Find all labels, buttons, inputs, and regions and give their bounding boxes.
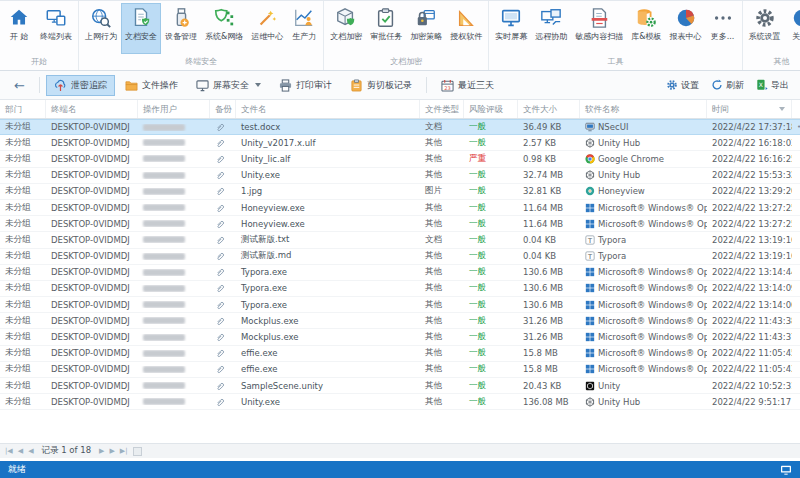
paperclip-icon[interactable] bbox=[215, 219, 225, 229]
paperclip-icon[interactable] bbox=[215, 138, 225, 148]
paperclip-icon[interactable] bbox=[215, 316, 225, 326]
ribbon-item-doc-shield[interactable]: 文档安全 bbox=[121, 3, 161, 54]
toolbar-tab-trace[interactable]: 泄密追踪 bbox=[46, 75, 115, 96]
table-row[interactable]: 未分组DESKTOP-0VIDMDJTypora.exe其他一般130.6 MB… bbox=[0, 281, 800, 297]
ribbon-item-clipboard-check[interactable]: 审批任务 bbox=[366, 3, 406, 54]
table-row[interactable]: 未分组DESKTOP-0VIDMDJeffie.exe其他一般15.8 MBMi… bbox=[0, 346, 800, 362]
cell-backup[interactable] bbox=[210, 332, 236, 342]
paperclip-icon[interactable] bbox=[215, 283, 225, 293]
cell-backup[interactable] bbox=[210, 364, 236, 374]
cell-backup[interactable] bbox=[210, 138, 236, 148]
cell-backup[interactable] bbox=[210, 348, 236, 358]
table-row[interactable]: 未分组DESKTOP-0VIDMDJeffie.exe其他一般15.8 MBMi… bbox=[0, 362, 800, 378]
paperclip-icon[interactable] bbox=[215, 348, 225, 358]
first-page-button[interactable]: |◀ bbox=[5, 446, 13, 456]
ribbon-item-ruler[interactable]: 授权软件 bbox=[446, 3, 486, 54]
column-header-2[interactable]: 终端名 bbox=[46, 100, 138, 118]
ribbon-item-monitors[interactable]: 远程协助 bbox=[531, 3, 571, 54]
table-row[interactable]: 未分组DESKTOP-0VIDMDJMockplus.exe其他一般31.26 … bbox=[0, 329, 800, 345]
table-row[interactable]: 未分组DESKTOP-0VIDMDJ测试新版.txt文档一般0.04 KBTTy… bbox=[0, 232, 800, 248]
cell-backup[interactable] bbox=[210, 316, 236, 326]
prev-group-button[interactable]: ◀ bbox=[18, 446, 23, 456]
cell-backup[interactable] bbox=[210, 219, 236, 229]
table-row[interactable]: 未分组DESKTOP-0VIDMDJUnity_v2017.x.ulf其他一般2… bbox=[0, 135, 800, 151]
cell-backup[interactable] bbox=[210, 122, 236, 132]
table-row[interactable]: 未分组DESKTOP-0VIDMDJUnity.exe其他一般136.08 MB… bbox=[0, 394, 800, 410]
table-row[interactable]: 未分组DESKTOP-0VIDMDJtest.docx文档一般36.49 KBN… bbox=[0, 119, 800, 135]
paperclip-icon[interactable] bbox=[215, 203, 225, 213]
table-row[interactable]: 未分组DESKTOP-0VIDMDJHoneyview.exe其他一般11.64… bbox=[0, 200, 800, 216]
ribbon-item-more[interactable]: 更多... bbox=[706, 3, 740, 54]
cell-backup[interactable] bbox=[210, 397, 236, 407]
column-header-5[interactable]: 文件名 bbox=[236, 100, 420, 118]
cell-backup[interactable] bbox=[210, 235, 236, 245]
column-header-1[interactable]: 部门 bbox=[0, 100, 46, 118]
table-row[interactable]: 未分组DESKTOP-0VIDMDJTypora.exe其他一般130.6 MB… bbox=[0, 297, 800, 313]
paperclip-icon[interactable] bbox=[215, 364, 225, 374]
paperclip-icon[interactable] bbox=[215, 154, 225, 164]
ribbon-item-cube-shield[interactable]: 文档加密 bbox=[326, 3, 366, 54]
cell-backup[interactable] bbox=[210, 203, 236, 213]
ribbon-item-shield-net[interactable]: 系统&网络 bbox=[201, 3, 247, 54]
time-filter-arrow-icon[interactable] bbox=[779, 107, 785, 111]
paperclip-icon[interactable] bbox=[215, 381, 225, 391]
ribbon-item-doc-scan[interactable]: 敏感内容扫描 bbox=[571, 3, 627, 54]
column-header-7[interactable]: 风险评级 bbox=[464, 100, 518, 118]
paperclip-icon[interactable] bbox=[215, 122, 225, 132]
cell-backup[interactable] bbox=[210, 283, 236, 293]
toolbar-tab-file-ops[interactable]: 文件操作 bbox=[117, 75, 186, 96]
cell-backup[interactable] bbox=[210, 267, 236, 277]
toolbar-action-gear-small[interactable]: 设置 bbox=[661, 77, 704, 94]
table-row[interactable]: 未分组DESKTOP-0VIDMDJSampleScene.unity其他一般2… bbox=[0, 378, 800, 394]
paperclip-icon[interactable] bbox=[215, 235, 225, 245]
toolbar-tab-clipboard[interactable]: 剪切板记录 bbox=[342, 75, 420, 96]
column-header-8[interactable]: 文件大小 bbox=[518, 100, 580, 118]
paperclip-icon[interactable] bbox=[215, 186, 225, 196]
cell-backup[interactable] bbox=[210, 381, 236, 391]
ribbon-item-gear[interactable]: 系统设置 bbox=[745, 3, 785, 54]
column-header-10[interactable]: 时间 bbox=[707, 100, 792, 118]
table-row[interactable]: 未分组DESKTOP-0VIDMDJUnity.exe其他一般32.74 MBU… bbox=[0, 168, 800, 184]
toolbar-tab-screen[interactable]: 屏幕安全 bbox=[188, 75, 269, 96]
next-page-button[interactable]: ▶ bbox=[99, 446, 104, 456]
ribbon-item-pie[interactable]: 报表中心 bbox=[666, 3, 706, 54]
last-page-button[interactable]: ▶| bbox=[120, 446, 128, 456]
toolbar-action-export[interactable]: X导出 bbox=[751, 77, 794, 94]
column-header-6[interactable]: 文件类型 bbox=[420, 100, 464, 118]
table-row[interactable]: 未分组DESKTOP-0VIDMDJ测试新版.md其他一般0.04 KBTTyp… bbox=[0, 249, 800, 265]
toolbar-tab-printer[interactable]: 打印审计 bbox=[271, 75, 340, 96]
table-row[interactable]: 未分组DESKTOP-0VIDMDJHoneyview.exe其他一般11.64… bbox=[0, 216, 800, 232]
cell-backup[interactable] bbox=[210, 186, 236, 196]
next-group-button[interactable]: ▶ bbox=[109, 446, 114, 456]
ribbon-item-wand[interactable]: 运维中心 bbox=[247, 3, 287, 54]
ribbon-item-db-gear[interactable]: 库&模板 bbox=[627, 3, 665, 54]
table-row[interactable]: 未分组DESKTOP-0VIDMDJMockplus.exe其他一般31.26 … bbox=[0, 313, 800, 329]
paperclip-icon[interactable] bbox=[215, 170, 225, 180]
table-row[interactable]: 未分组DESKTOP-0VIDMDJUnity_lic.alf其他严重0.98 … bbox=[0, 151, 800, 167]
ribbon-item-info[interactable]: 关 于 bbox=[785, 3, 800, 54]
ribbon-item-web[interactable]: 上网行为 bbox=[81, 3, 121, 54]
ribbon-item-lock[interactable]: 加密策略 bbox=[406, 3, 446, 54]
cell-backup[interactable] bbox=[210, 300, 236, 310]
paperclip-icon[interactable] bbox=[215, 267, 225, 277]
prev-page-button[interactable]: ◀ bbox=[28, 446, 33, 456]
cell-more[interactable]: ••• bbox=[792, 123, 800, 131]
ribbon-item-terminal-list[interactable]: 终端列表 bbox=[36, 3, 76, 54]
date-filter-button[interactable]: 23最近三天 bbox=[433, 75, 502, 96]
back-button[interactable]: ← bbox=[6, 78, 33, 93]
paperclip-icon[interactable] bbox=[215, 300, 225, 310]
ribbon-item-monitor[interactable]: 实时屏幕 bbox=[491, 3, 531, 54]
column-header-3[interactable]: 操作用户 bbox=[138, 100, 210, 118]
pager-extra-button[interactable] bbox=[133, 447, 142, 456]
table-row[interactable]: 未分组DESKTOP-0VIDMDJTypora.exe其他一般130.6 MB… bbox=[0, 265, 800, 281]
ribbon-item-home[interactable]: 开 始 bbox=[2, 3, 36, 54]
ribbon-item-chart-person[interactable]: 生产力 bbox=[287, 3, 321, 54]
status-monitor-icon[interactable] bbox=[780, 465, 792, 475]
ribbon-item-usb[interactable]: 设备管理 bbox=[161, 3, 201, 54]
column-header-4[interactable]: 备份 bbox=[210, 100, 236, 118]
column-header-9[interactable]: 软件名称 bbox=[580, 100, 707, 118]
paperclip-icon[interactable] bbox=[215, 251, 225, 261]
cell-backup[interactable] bbox=[210, 170, 236, 180]
cell-backup[interactable] bbox=[210, 251, 236, 261]
paperclip-icon[interactable] bbox=[215, 332, 225, 342]
